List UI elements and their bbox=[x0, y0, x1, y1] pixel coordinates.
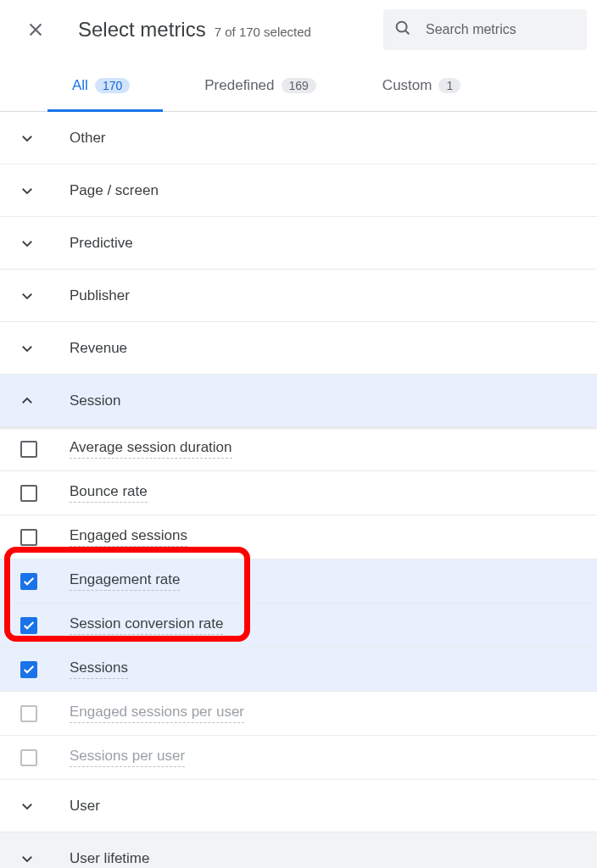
close-icon[interactable] bbox=[19, 13, 53, 47]
metric-label: Average session duration bbox=[70, 439, 232, 459]
chevron-down-icon bbox=[17, 286, 37, 306]
checkbox-checked[interactable] bbox=[20, 573, 37, 590]
metric-label: Session conversion rate bbox=[70, 615, 223, 635]
checkbox-checked[interactable] bbox=[20, 617, 37, 634]
tab-all[interactable]: All 170 bbox=[69, 59, 133, 111]
chevron-down-icon bbox=[17, 849, 37, 868]
category-session[interactable]: Session bbox=[0, 375, 597, 427]
checkbox-unchecked[interactable] bbox=[20, 441, 37, 458]
category-label: User lifetime bbox=[70, 850, 149, 867]
category-label: Predictive bbox=[70, 235, 133, 252]
metric-bounce-rate[interactable]: Bounce rate bbox=[0, 471, 597, 515]
tab-count: 1 bbox=[438, 78, 460, 93]
chevron-up-icon bbox=[17, 391, 37, 411]
checkbox-disabled[interactable] bbox=[20, 749, 37, 766]
tab-predefined[interactable]: Predefined 169 bbox=[201, 59, 320, 111]
checkbox-disabled[interactable] bbox=[20, 705, 37, 722]
category-publisher[interactable]: Publisher bbox=[0, 270, 597, 322]
page-title: Select metrics bbox=[78, 18, 206, 42]
checkbox-unchecked[interactable] bbox=[20, 485, 37, 502]
chevron-down-icon bbox=[17, 338, 37, 359]
category-user-lifetime[interactable]: User lifetime bbox=[0, 832, 597, 868]
svg-point-0 bbox=[397, 22, 407, 32]
category-label: Page / screen bbox=[70, 182, 159, 199]
tab-label: All bbox=[72, 77, 88, 94]
metric-label: Engaged sessions per user bbox=[70, 704, 244, 723]
chevron-down-icon bbox=[17, 796, 37, 816]
category-label: Session bbox=[70, 392, 120, 409]
category-label: Publisher bbox=[70, 287, 130, 304]
category-label: User bbox=[70, 798, 100, 815]
metric-average-session-duration[interactable]: Average session duration bbox=[0, 427, 597, 471]
tab-custom[interactable]: Custom 1 bbox=[379, 59, 464, 111]
tab-label: Custom bbox=[382, 77, 432, 94]
category-page-screen[interactable]: Page / screen bbox=[0, 164, 597, 217]
tab-count: 170 bbox=[95, 78, 130, 93]
search-box[interactable] bbox=[383, 9, 587, 50]
metric-label: Engaged sessions bbox=[70, 527, 187, 547]
checkbox-unchecked[interactable] bbox=[20, 529, 37, 546]
chevron-down-icon bbox=[17, 233, 37, 253]
category-user[interactable]: User bbox=[0, 780, 597, 832]
search-input[interactable] bbox=[424, 21, 577, 38]
category-predictive[interactable]: Predictive bbox=[0, 217, 597, 270]
checkbox-checked[interactable] bbox=[20, 661, 37, 678]
metric-label: Bounce rate bbox=[70, 483, 148, 503]
metric-sessions-per-user[interactable]: Sessions per user bbox=[0, 736, 597, 780]
category-other[interactable]: Other bbox=[0, 112, 597, 164]
search-icon bbox=[393, 19, 412, 41]
category-label: Revenue bbox=[70, 340, 127, 357]
metric-engaged-sessions[interactable]: Engaged sessions bbox=[0, 515, 597, 559]
category-label: Other bbox=[70, 130, 106, 147]
tab-count: 169 bbox=[282, 78, 316, 93]
metric-label: Sessions per user bbox=[70, 748, 185, 767]
metric-sessions[interactable]: Sessions bbox=[0, 648, 597, 692]
metric-label: Sessions bbox=[70, 659, 128, 679]
metric-label: Engagement rate bbox=[70, 571, 180, 591]
metric-engaged-sessions-per-user[interactable]: Engaged sessions per user bbox=[0, 692, 597, 736]
selection-count: 7 of 170 selected bbox=[215, 25, 311, 39]
chevron-down-icon bbox=[17, 128, 37, 148]
category-revenue[interactable]: Revenue bbox=[0, 322, 597, 375]
metric-engagement-rate[interactable]: Engagement rate bbox=[0, 559, 597, 604]
metric-session-conversion-rate[interactable]: Session conversion rate bbox=[0, 604, 597, 648]
tab-label: Predefined bbox=[204, 77, 274, 94]
chevron-down-icon bbox=[17, 181, 37, 201]
